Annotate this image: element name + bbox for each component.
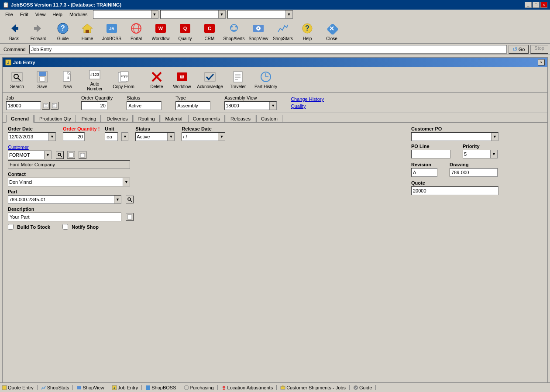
customer-arrow[interactable]: ▼ — [44, 151, 51, 159]
shopalerts-button[interactable]: ShopAlerts — [222, 20, 246, 43]
quality-link[interactable]: Quality — [291, 103, 324, 109]
description-input[interactable] — [8, 213, 121, 221]
form-parthistory-btn[interactable]: Part History — [251, 69, 280, 91]
form-workflow-btn[interactable]: W Workflow — [170, 69, 194, 91]
status-job-entry[interactable]: J Job Entry — [112, 385, 142, 390]
priority-arrow[interactable]: ▼ — [490, 150, 497, 158]
quality-button[interactable]: Q Quality — [173, 20, 197, 43]
drawing-input[interactable] — [450, 168, 498, 177]
status-input[interactable] — [136, 134, 167, 139]
form-copyfrom-btn[interactable]: copy Copy From — [110, 69, 137, 91]
contact-combo[interactable]: ▼ — [8, 178, 130, 186]
status-shopboss[interactable]: ShopBOSS — [145, 385, 180, 390]
my-space-combo[interactable]: My Space ▼ — [160, 10, 226, 19]
job-entry-arrow[interactable]: ▼ — [151, 10, 158, 18]
part-arrow[interactable]: ▼ — [114, 196, 121, 203]
customer-po-combo[interactable]: ▼ — [411, 132, 498, 141]
portal-button[interactable]: Portal — [124, 20, 148, 43]
release-date-combo[interactable]: ▼ — [182, 132, 225, 141]
order-date-input[interactable] — [8, 134, 48, 139]
menu-modules[interactable]: Modules — [66, 11, 91, 18]
tab-releases[interactable]: Releases — [226, 115, 255, 122]
status-header-input[interactable] — [127, 101, 162, 110]
form-ack-btn[interactable]: Acknowledge — [196, 69, 224, 91]
tab-material[interactable]: Material — [161, 115, 187, 122]
form-autonumber-btn[interactable]: #123 Auto Number — [81, 69, 108, 91]
window-close-btn[interactable]: × — [538, 59, 545, 65]
tab-custom[interactable]: Custom — [256, 115, 282, 122]
jobboss-button[interactable]: JB JobBOSS — [100, 20, 124, 43]
order-qty-input[interactable] — [63, 132, 85, 141]
assembly-view-combo[interactable]: ▼ — [224, 101, 277, 110]
customer-combo[interactable]: ▼ — [8, 151, 52, 159]
job-list-btn[interactable] — [51, 102, 58, 110]
guide-button[interactable]: ? Guide — [51, 20, 75, 43]
forward-button[interactable]: Forward — [26, 20, 51, 43]
po-line-input[interactable] — [411, 150, 450, 158]
customer-po-input[interactable] — [412, 134, 491, 139]
job-entry-combo[interactable]: Job Entry ▼ — [93, 10, 158, 19]
notify-shop-check[interactable] — [62, 224, 68, 230]
status-arrow[interactable]: ▼ — [167, 133, 174, 141]
workflow-button[interactable]: W Workflow — [148, 20, 173, 43]
priority-input[interactable] — [463, 151, 490, 157]
close-button[interactable]: Close — [320, 20, 344, 43]
quote-input[interactable] — [411, 186, 498, 195]
status-purchasing[interactable]: Purchasing — [184, 385, 218, 390]
help-button[interactable]: ? Help — [295, 20, 320, 43]
status-customer-shipments[interactable]: Customer Shipments - Jobs — [280, 385, 350, 390]
back-button[interactable]: Back — [2, 20, 26, 43]
build-to-stock-check[interactable] — [8, 224, 14, 230]
reports-arrow[interactable]: ▼ — [285, 10, 292, 18]
unit-arrow[interactable]: ▼ — [121, 132, 128, 141]
crm-button[interactable]: C CRM — [197, 20, 222, 43]
my-space-input[interactable]: My Space — [161, 12, 218, 17]
unit-input[interactable] — [105, 132, 118, 141]
form-search-btn[interactable]: Search — [5, 69, 29, 91]
status-quote-entry[interactable]: Quote Entry — [2, 385, 38, 390]
tab-components[interactable]: Components — [188, 115, 225, 122]
job-doc-btn[interactable] — [42, 102, 50, 110]
status-shopview[interactable]: ShopView — [76, 385, 108, 390]
tab-general[interactable]: General — [6, 115, 34, 123]
status-location-adj[interactable]: Location Adjustments — [221, 385, 277, 390]
customer-search-btn[interactable] — [56, 151, 64, 159]
status-guide[interactable]: ? Guide — [353, 385, 376, 390]
priority-combo[interactable]: ▼ — [463, 150, 498, 158]
menu-view[interactable]: View — [32, 11, 49, 18]
tab-pricing[interactable]: Pricing — [77, 115, 101, 122]
form-delete-btn[interactable]: Delete — [145, 69, 168, 91]
assembly-view-arrow[interactable]: ▼ — [269, 102, 276, 110]
order-qty-header-input[interactable] — [81, 101, 107, 110]
status-combo[interactable]: ▼ — [135, 132, 175, 141]
part-input[interactable] — [8, 197, 114, 202]
customer-link[interactable]: Customer — [8, 144, 402, 150]
close-app-btn[interactable]: × — [540, 2, 547, 8]
job-input[interactable] — [6, 101, 41, 110]
form-new-btn[interactable]: + New — [56, 69, 79, 91]
my-space-arrow[interactable]: ▼ — [218, 10, 225, 18]
customer-input[interactable] — [8, 152, 44, 158]
shopview-button[interactable]: ShopView — [246, 20, 271, 43]
minimize-btn[interactable]: _ — [525, 2, 532, 8]
customer-po-arrow[interactable]: ▼ — [491, 133, 498, 141]
reports-input[interactable]: Reports — [228, 12, 285, 17]
stop-button[interactable]: Stop — [530, 45, 548, 54]
menu-edit[interactable]: Edit — [17, 11, 32, 18]
job-entry-input[interactable]: Job Entry — [93, 12, 151, 17]
release-date-arrow[interactable]: ▼ — [218, 133, 225, 141]
type-input[interactable] — [175, 101, 210, 110]
customer-doc-btn[interactable] — [67, 151, 75, 159]
customer-cal-btn[interactable] — [79, 151, 86, 159]
form-traveler-btn[interactable]: Traveler — [226, 69, 250, 91]
description-doc-btn[interactable] — [126, 213, 134, 221]
tab-deliveries[interactable]: Deliveries — [102, 115, 132, 122]
reports-combo[interactable]: Reports ▼ — [227, 10, 293, 19]
go-button[interactable]: ↺ Go — [509, 45, 529, 54]
tab-routing[interactable]: Routing — [134, 115, 160, 122]
menu-help[interactable]: Help — [49, 11, 66, 18]
release-date-input[interactable] — [182, 134, 218, 139]
part-search-btn[interactable] — [126, 196, 134, 203]
status-shopstats[interactable]: ShopStats — [41, 385, 73, 390]
assembly-view-input[interactable] — [225, 103, 269, 108]
